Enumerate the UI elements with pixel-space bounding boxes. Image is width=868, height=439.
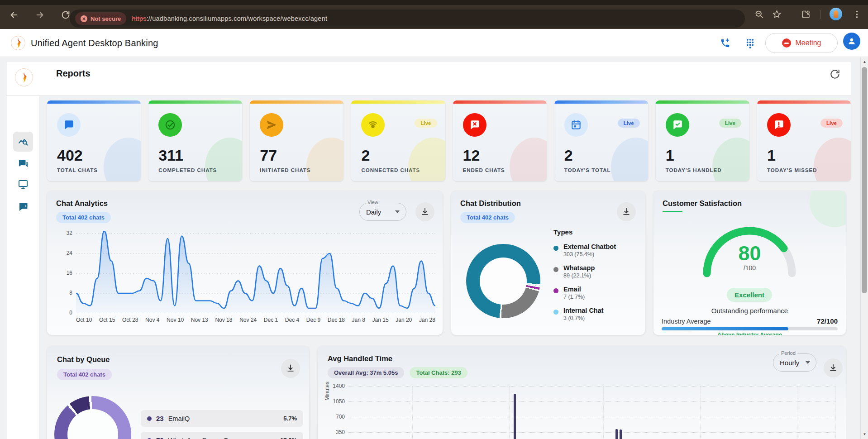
legend-value: 3 (0.7%) <box>563 315 639 321</box>
industry-average-label: Industry Average <box>662 318 711 325</box>
stat-value: 77 <box>260 147 277 164</box>
industry-average-footer: Above Industry Average <box>653 332 846 335</box>
overall-avg-badge: Overall Avg: 37m 5.05s <box>328 367 404 378</box>
gridline <box>509 386 510 439</box>
panel-title: Chat by Queue <box>57 355 110 364</box>
queue-name: WhatsApp_Demo_Queue <box>168 437 243 439</box>
legend-item: External Chatbot303 (75.4%) <box>553 243 639 258</box>
live-badge: Live <box>719 119 741 128</box>
browser-profile-avatar[interactable] <box>830 8 842 20</box>
y-tick-label: 350 <box>324 429 345 435</box>
live-badge: Live <box>618 119 640 128</box>
stat-card: 311COMPLETED CHATS <box>148 100 242 181</box>
card-decoration <box>205 138 242 181</box>
legend-title: Types <box>553 228 639 236</box>
extensions-icon[interactable] <box>801 10 811 19</box>
rating-badge: Excellent <box>727 288 772 302</box>
x-tick-label: Nov 24 <box>239 317 257 323</box>
legend-label: Whatsapp <box>563 264 639 272</box>
x-tick-label: Jan 15 <box>372 317 389 323</box>
panel-title: Avg Handled Time <box>328 354 392 363</box>
card-decoration <box>712 138 749 181</box>
browser-chrome: ✕ Not secure https://uadbanking.consiliu… <box>0 0 868 29</box>
forward-icon[interactable] <box>35 10 45 20</box>
not-secure-label: Not secure <box>91 15 121 22</box>
x-tick-label: Oct 28 <box>122 317 138 323</box>
download-button[interactable] <box>824 358 843 377</box>
panel-title: Customer Satisfaction <box>663 199 742 208</box>
card-accent-bar <box>351 100 445 104</box>
back-icon[interactable] <box>9 10 19 20</box>
address-bar[interactable]: ✕ Not secure https://uadbanking.consiliu… <box>70 10 745 28</box>
zoom-icon[interactable] <box>754 10 764 19</box>
stat-label: TOTAL CHATS <box>57 167 98 173</box>
download-icon <box>622 207 631 216</box>
scroll-up-icon[interactable]: ▲ <box>861 58 868 66</box>
sidebar-item-reports[interactable] <box>13 132 33 152</box>
chevron-down-icon <box>806 361 810 364</box>
chat-ended-icon <box>463 113 486 137</box>
analytics-search-icon <box>18 136 29 147</box>
card-decoration <box>408 138 445 181</box>
legend-dot <box>553 310 558 315</box>
browser-menu-icon[interactable] <box>852 10 862 19</box>
view-select[interactable]: View Daily <box>359 203 406 221</box>
not-secure-badge[interactable]: ✕ Not secure <box>75 12 126 25</box>
legend-value: 303 (75.4%) <box>563 251 639 258</box>
bookmark-star-icon[interactable] <box>772 10 782 19</box>
card-accent-bar <box>453 100 547 104</box>
sidebar-item-chats[interactable] <box>13 154 33 174</box>
card-accent-bar <box>250 100 343 104</box>
dialpad-icon[interactable] <box>745 38 755 48</box>
live-badge: Live <box>415 119 437 128</box>
card-decoration <box>306 138 343 181</box>
stat-value: 1 <box>666 147 674 164</box>
x-tick-label: Dec 18 <box>328 317 345 323</box>
stat-card: Live2TODAY'S TOTAL <box>554 100 648 181</box>
x-tick-label: Nov 10 <box>167 317 184 323</box>
industry-average-value: 72/100 <box>817 317 838 325</box>
page-scrollbar[interactable]: ▲ ▼ <box>860 57 868 439</box>
chat-by-queue-panel: Chat by Queue Total 402 chats TOTAL 23Em… <box>47 346 309 439</box>
check-circle-icon <box>158 113 182 137</box>
queue-name: EmailQ <box>168 415 190 422</box>
call-add-icon[interactable] <box>720 38 730 48</box>
stat-cards-row: 402TOTAL CHATS311COMPLETED CHATS77INITIA… <box>47 100 851 181</box>
stat-card: 77INITIATED CHATS <box>250 100 343 181</box>
sidebar-item-quick-chat[interactable] <box>13 197 33 217</box>
satisfaction-score: 80 <box>653 242 846 265</box>
download-button[interactable] <box>281 359 300 378</box>
meeting-button[interactable]: Meeting <box>765 33 838 53</box>
url-text: https://uadbanking.consiliumapps.com/wor… <box>132 15 327 22</box>
sidebar-item-monitor[interactable] <box>13 174 33 194</box>
card-accent-bar <box>554 100 648 104</box>
period-select[interactable]: Period Hourly <box>773 353 816 372</box>
refresh-icon[interactable] <box>829 68 841 80</box>
scrollbar-thumb[interactable] <box>862 67 867 293</box>
gridline <box>603 386 604 439</box>
x-tick-label: Oct 10 <box>76 317 92 323</box>
agent-profile-button[interactable] <box>843 33 860 50</box>
bar <box>620 429 622 439</box>
reload-icon[interactable] <box>61 10 71 20</box>
stat-label: TODAY'S TOTAL <box>564 167 611 173</box>
chat-flash-icon <box>18 201 29 212</box>
x-tick-label: Nov 4 <box>145 317 159 323</box>
calendar-icon <box>564 113 588 137</box>
legend-dot <box>553 246 558 251</box>
donut-hole <box>480 258 527 305</box>
y-tick-label: 8 <box>54 290 72 296</box>
app-logo-flame-icon <box>11 36 25 50</box>
reports-header-bar <box>7 62 851 96</box>
download-button[interactable] <box>415 202 434 221</box>
line-chart <box>76 231 435 313</box>
legend-item: Email7 (1.7%) <box>553 286 639 300</box>
x-tick-label: Jan 28 <box>419 317 435 323</box>
meeting-label: Meeting <box>796 39 821 47</box>
download-button[interactable] <box>617 202 636 221</box>
card-decoration <box>611 138 648 181</box>
distribution-legend: Types External Chatbot303 (75.4%)Whatsap… <box>553 228 639 328</box>
corner-decoration <box>810 191 846 227</box>
scroll-down-icon[interactable]: ▼ <box>861 430 868 438</box>
gridline <box>797 386 797 439</box>
